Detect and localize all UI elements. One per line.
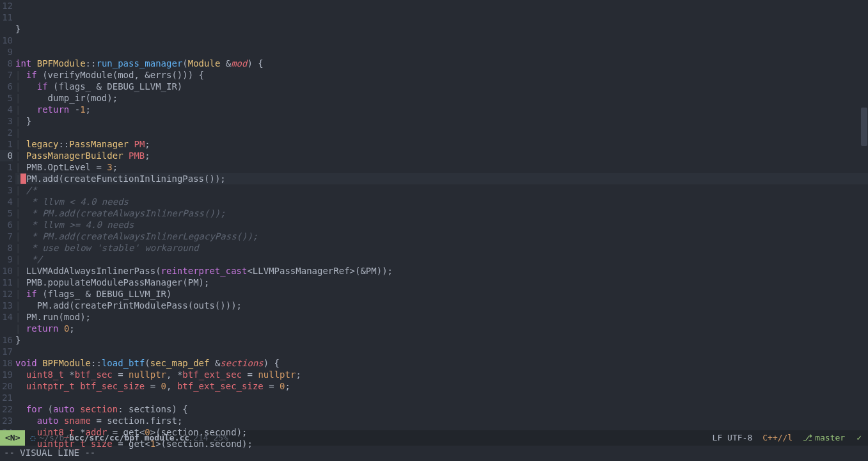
line-number: 16 bbox=[0, 334, 13, 346]
line-number: 12 bbox=[0, 288, 13, 300]
line-number: 12 bbox=[0, 0, 13, 12]
code-line: | bbox=[15, 127, 868, 138]
code-line: | */ bbox=[15, 254, 868, 265]
code-line: uintptr_t size = get<1>(section.second); bbox=[15, 438, 868, 449]
code-line: | PMB.OptLevel = 3; bbox=[15, 161, 868, 173]
code-line: | if (flags_ & DEBUG_LLVM_IR) bbox=[15, 81, 868, 92]
code-line bbox=[15, 35, 868, 46]
code-line: | PM.run(mod); bbox=[15, 311, 868, 323]
code-line: | PM.add(createPrintModulePass(outs())); bbox=[15, 300, 868, 311]
scrollbar-thumb[interactable] bbox=[861, 108, 867, 146]
code-line bbox=[15, 449, 868, 461]
line-number: 0 bbox=[0, 150, 13, 161]
line-number bbox=[0, 23, 13, 35]
code-line: | dump_ir(mod); bbox=[15, 92, 868, 104]
line-number: 10 bbox=[0, 265, 13, 277]
code-line: | * PM.add(createAlwaysInlinerLegacyPass… bbox=[15, 230, 868, 242]
code-line: for (auto section: sections) { bbox=[15, 403, 868, 415]
line-number: 20 bbox=[0, 380, 13, 392]
line-number: 2 bbox=[0, 173, 13, 184]
line-number: 4 bbox=[0, 104, 13, 115]
code-line: } bbox=[15, 334, 868, 346]
scrollbar-track[interactable] bbox=[860, 0, 868, 430]
line-number: 11 bbox=[0, 12, 13, 23]
line-number: 13 bbox=[0, 300, 13, 311]
code-line: | * use below 'stable' workaround bbox=[15, 242, 868, 254]
code-line: void BPFModule::load_btf(sec_map_def &se… bbox=[15, 357, 868, 369]
line-number: 2 bbox=[0, 127, 13, 138]
code-line bbox=[15, 46, 868, 58]
code-line: | PassManagerBuilder PMB; bbox=[15, 150, 868, 161]
line-number: 7 bbox=[0, 230, 13, 242]
line-number: 8 bbox=[0, 58, 13, 69]
line-number: 9 bbox=[0, 254, 13, 265]
line-number: 8 bbox=[0, 242, 13, 254]
line-number: 5 bbox=[0, 207, 13, 219]
line-number: 18 bbox=[0, 357, 13, 369]
line-number: 11 bbox=[0, 277, 13, 288]
code-line: uint8_t *addr = get<0>(section.second); bbox=[15, 426, 868, 438]
code-line: auto sname = section.first; bbox=[15, 415, 868, 426]
code-line: | * PM.add(createAlwaysInlinerPass()); bbox=[15, 207, 868, 219]
code-line bbox=[15, 346, 868, 357]
code-line: | } bbox=[15, 115, 868, 127]
line-number: 5 bbox=[0, 92, 13, 104]
code-line: | return 0; bbox=[15, 323, 868, 334]
code-line: | * llvm >= 4.0 needs bbox=[15, 219, 868, 230]
line-number: 10 bbox=[0, 35, 13, 46]
line-number bbox=[0, 323, 13, 334]
line-number: 1 bbox=[0, 161, 13, 173]
code-line: | /* bbox=[15, 184, 868, 196]
code-line: int BPFModule::run_pass_manager(Module &… bbox=[15, 58, 868, 69]
line-number: 6 bbox=[0, 219, 13, 230]
line-number: 3 bbox=[0, 115, 13, 127]
line-number: 17 bbox=[0, 346, 13, 357]
code-line: | PMB.populateModulePassManager(PM); bbox=[15, 277, 868, 288]
line-number: 4 bbox=[0, 196, 13, 207]
code-line bbox=[15, 392, 868, 403]
code-line: | PM.add(createFunctionInliningPass()); bbox=[15, 173, 868, 184]
line-number: 3 bbox=[0, 184, 13, 196]
line-number: 19 bbox=[0, 369, 13, 380]
code-line: | LLVMAddAlwaysInlinerPass(reinterpret_c… bbox=[15, 265, 868, 277]
line-number: 9 bbox=[0, 46, 13, 58]
editor-viewport: 1211 1098765432101234567891011121314 161… bbox=[0, 0, 868, 430]
line-number: 14 bbox=[0, 311, 13, 323]
line-number-gutter: 1211 1098765432101234567891011121314 161… bbox=[0, 0, 15, 430]
code-line: uint8_t *btf_sec = nullptr, *btf_ext_sec… bbox=[15, 369, 868, 380]
line-number: 6 bbox=[0, 81, 13, 92]
line-number: 7 bbox=[0, 69, 13, 81]
code-line: uintptr_t btf_sec_size = 0, btf_ext_sec_… bbox=[15, 380, 868, 392]
code-line: | return -1; bbox=[15, 104, 868, 115]
line-number: 22 bbox=[0, 403, 13, 415]
code-line: | * llvm < 4.0 needs bbox=[15, 196, 868, 207]
code-line: } bbox=[15, 23, 868, 35]
line-number: 1 bbox=[0, 138, 13, 150]
code-line: | legacy::PassManager PM; bbox=[15, 138, 868, 150]
line-number: 21 bbox=[0, 392, 13, 403]
code-area[interactable]: }int BPFModule::run_pass_manager(Module … bbox=[15, 0, 868, 430]
line-number: 23 bbox=[0, 415, 13, 426]
code-line: | if (flags_ & DEBUG_LLVM_IR) bbox=[15, 288, 868, 300]
code-line: | if (verifyModule(mod, &errs())) { bbox=[15, 69, 868, 81]
